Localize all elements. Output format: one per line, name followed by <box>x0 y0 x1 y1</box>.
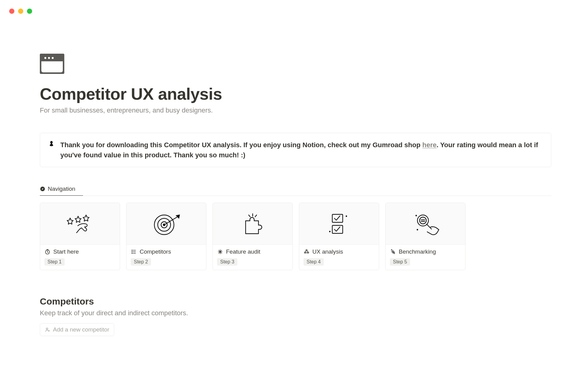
compass-icon <box>40 186 45 192</box>
card-title: Start here <box>53 248 79 255</box>
card-title: Competitors <box>140 248 171 255</box>
target-arrow-icon <box>149 210 183 238</box>
card-cover <box>40 203 120 245</box>
svg-point-23 <box>420 217 426 224</box>
competitors-heading: Competitors <box>40 296 551 307</box>
close-window-icon[interactable] <box>9 9 14 14</box>
add-competitor-button[interactable]: Add a new competitor <box>40 323 114 336</box>
step-tag: Step 1 <box>44 258 65 266</box>
svg-point-14 <box>132 253 132 254</box>
svg-point-4 <box>48 57 50 59</box>
svg-point-24 <box>416 215 417 216</box>
svg-point-17 <box>346 216 347 216</box>
competitors-subtitle: Keep track of your direct and indirect c… <box>40 309 551 317</box>
people-icon <box>303 249 310 255</box>
browser-window-page-icon <box>40 54 64 74</box>
timer-icon <box>44 249 51 255</box>
svg-rect-2 <box>40 59 64 61</box>
step-tag: Step 3 <box>217 258 237 266</box>
puzzle-piece-icon <box>236 210 270 238</box>
page-subtitle: For small businesses, entrepreneurs, and… <box>40 106 551 114</box>
tab-navigation[interactable]: Navigation <box>40 186 75 195</box>
checkbox-list-icon <box>324 210 354 238</box>
card-title: Benchmarking <box>399 248 436 255</box>
card-cover <box>386 203 465 245</box>
svg-point-26 <box>46 328 48 329</box>
minimize-window-icon[interactable] <box>18 9 23 14</box>
card-benchmarking[interactable]: Benchmarking Step 5 <box>385 203 466 270</box>
step-tag: Step 4 <box>303 258 324 266</box>
svg-point-12 <box>132 250 132 251</box>
navigation-cards: Start here Step 1 <box>40 203 551 270</box>
card-competitors[interactable]: Competitors Step 2 <box>126 203 206 270</box>
svg-point-18 <box>330 231 330 232</box>
card-title: Feature audit <box>226 248 260 255</box>
card-title: UX analysis <box>312 248 343 255</box>
card-feature-audit[interactable]: Feature audit Step 3 <box>213 203 293 270</box>
svg-point-5 <box>52 57 54 59</box>
add-user-icon <box>45 327 50 332</box>
svg-point-25 <box>417 229 418 230</box>
window-traffic-lights <box>9 9 32 14</box>
magnifier-hand-icon <box>407 210 444 238</box>
list-icon <box>131 249 137 255</box>
card-cover <box>213 203 292 245</box>
stars-hand-icon <box>63 212 97 236</box>
card-start-here[interactable]: Start here Step 1 <box>40 203 120 270</box>
step-tag: Step 5 <box>390 258 410 266</box>
tab-label: Navigation <box>48 186 75 192</box>
card-cover <box>299 203 379 245</box>
asterisk-icon <box>217 249 223 255</box>
svg-point-3 <box>44 57 46 59</box>
card-cover <box>126 203 206 245</box>
person-silhouette-icon <box>48 140 55 147</box>
page-title: Competitor UX analysis <box>40 84 551 103</box>
card-ux-analysis[interactable]: UX analysis Step 4 <box>299 203 379 270</box>
svg-point-13 <box>132 251 132 252</box>
gumroad-link[interactable]: here <box>422 141 436 149</box>
maximize-window-icon[interactable] <box>27 9 32 14</box>
step-tag: Step 2 <box>131 258 151 266</box>
callout-text-before: Thank you for downloading this Competito… <box>60 141 422 149</box>
callout-text: Thank you for downloading this Competito… <box>60 140 543 160</box>
thank-you-callout: Thank you for downloading this Competito… <box>40 133 551 167</box>
add-competitor-label: Add a new competitor <box>53 326 109 333</box>
sparkle-icon <box>390 249 396 255</box>
